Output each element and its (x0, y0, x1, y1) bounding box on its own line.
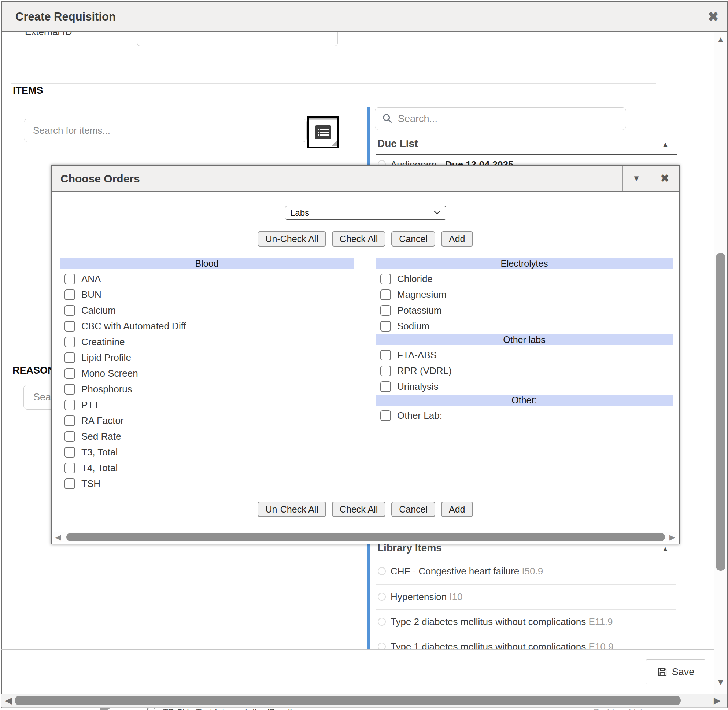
library-item-radio[interactable] (378, 593, 386, 601)
order-option[interactable]: Urinalysis (376, 379, 673, 395)
library-item-label: Type 1 diabetes mellitus without complic… (390, 641, 614, 649)
uncheck-all-button[interactable]: Un-Check All (258, 502, 326, 517)
footer-divider (1, 649, 727, 650)
bottom-button-row: Un-Check All Check All Cancel Add (52, 502, 679, 517)
order-option[interactable]: T3, Total (60, 444, 354, 460)
order-option[interactable]: RA Factor (60, 413, 354, 428)
add-button[interactable]: Add (441, 502, 473, 517)
scroll-right-icon[interactable]: ▶ (714, 696, 720, 705)
library-item-label: CHF - Congestive heart failure I50.9 (390, 566, 543, 577)
library-item-row[interactable]: Type 2 diabetes mellitus without complic… (376, 615, 676, 635)
check-all-button[interactable]: Check All (332, 502, 385, 517)
library-items-divider (376, 557, 677, 558)
scroll-down-icon[interactable]: ▼ (716, 678, 725, 687)
library-item-row[interactable]: CHF - Congestive heart failure I50.9 (376, 564, 676, 584)
library-item-radio[interactable] (378, 618, 386, 626)
checkbox[interactable] (380, 350, 391, 361)
library-item-label: Hypertension I10 (390, 591, 463, 603)
order-option[interactable]: Lipid Profile (60, 350, 354, 365)
library-item-row[interactable]: Type 1 diabetes mellitus without complic… (376, 640, 676, 649)
checkbox[interactable] (65, 289, 75, 300)
scroll-left-icon[interactable]: ◀ (55, 533, 61, 541)
order-option[interactable]: CBC with Automated Diff (60, 318, 354, 334)
library-item-radio[interactable] (378, 643, 386, 649)
library-item-radio[interactable] (378, 567, 386, 575)
checkbox[interactable] (65, 447, 75, 458)
checkbox[interactable] (380, 305, 391, 316)
checkbox[interactable] (65, 431, 75, 442)
choose-orders-modal: Choose Orders ▼ ✖ Labs Un-Check All Chec… (51, 165, 680, 544)
group-header-electrolytes: Electrolytes (376, 258, 673, 269)
order-option[interactable]: Mono Screen (60, 365, 354, 381)
order-option[interactable]: Other Lab: (376, 408, 673, 424)
checkbox[interactable] (380, 410, 391, 421)
add-button[interactable]: Add (441, 231, 473, 246)
checkbox[interactable] (65, 368, 75, 379)
items-search-input[interactable] (24, 119, 307, 142)
order-option[interactable]: TSH (60, 476, 354, 491)
section-divider (11, 83, 656, 84)
order-option[interactable]: ANA (60, 271, 354, 287)
vertical-scrollbar[interactable]: ▲ ▼ (715, 32, 727, 694)
order-option[interactable]: RPR (VDRL) (376, 363, 673, 379)
modal-close-icon[interactable]: ✖ (651, 166, 679, 191)
vertical-scroll-thumb[interactable] (716, 253, 725, 571)
order-option[interactable]: Potassium (376, 303, 673, 318)
scroll-left-icon[interactable]: ◀ (5, 696, 12, 705)
save-button[interactable]: Save (646, 659, 705, 684)
checkbox[interactable] (380, 381, 391, 392)
row-divider (376, 584, 676, 585)
background-checkbox (147, 707, 156, 710)
save-icon (657, 666, 668, 678)
order-option[interactable]: T4, Total (60, 460, 354, 476)
due-list-heading: Due List (377, 138, 418, 150)
order-option[interactable]: Sed Rate (60, 428, 354, 444)
order-option[interactable]: Magnesium (376, 287, 673, 303)
scroll-up-icon[interactable]: ▲ (716, 35, 725, 44)
checkbox[interactable] (380, 321, 391, 332)
order-option[interactable]: Phosphorus (60, 381, 354, 397)
library-item-row[interactable]: Hypertension I10 (376, 590, 676, 610)
category-select[interactable]: Labs (285, 206, 446, 220)
group-header-blood: Blood (60, 258, 354, 269)
checkbox[interactable] (65, 478, 75, 489)
group-header-other: Other: (376, 395, 673, 406)
horizontal-scroll-thumb[interactable] (15, 696, 681, 705)
due-list-collapse-icon[interactable]: ▲ (662, 141, 669, 148)
order-option[interactable]: Calcium (60, 303, 354, 318)
save-label: Save (672, 666, 695, 678)
uncheck-all-button[interactable]: Un-Check All (258, 231, 326, 246)
order-option[interactable]: FTA-ABS (376, 347, 673, 363)
checkbox[interactable] (380, 289, 391, 300)
checkbox[interactable] (65, 400, 75, 410)
scroll-right-icon[interactable]: ▶ (669, 533, 675, 541)
order-option[interactable]: BUN (60, 287, 354, 303)
minimize-dropdown-icon[interactable]: ▼ (622, 166, 651, 191)
modal-horizontal-scrollbar[interactable]: ◀ ▶ (53, 532, 677, 542)
checkbox[interactable] (65, 463, 75, 473)
right-panel-search-input[interactable] (375, 107, 626, 130)
item-list-button[interactable] (307, 116, 339, 148)
cancel-button[interactable]: Cancel (391, 231, 435, 246)
top-button-row: Un-Check All Check All Cancel Add (52, 231, 679, 246)
check-all-button[interactable]: Check All (332, 231, 385, 246)
order-option[interactable]: Sodium (376, 318, 673, 334)
library-items-collapse-icon[interactable]: ▲ (662, 545, 669, 553)
checkbox[interactable] (65, 305, 75, 316)
order-option[interactable]: Creatinine (60, 334, 354, 350)
checkbox[interactable] (380, 365, 391, 376)
checkbox[interactable] (380, 274, 391, 284)
order-option[interactable]: PTT (60, 397, 354, 413)
modal-scroll-thumb[interactable] (66, 533, 665, 541)
checkbox[interactable] (65, 384, 75, 395)
checkbox[interactable] (65, 274, 75, 284)
cancel-button[interactable]: Cancel (391, 502, 435, 517)
checkbox[interactable] (65, 415, 75, 426)
horizontal-scrollbar[interactable]: ◀ ▶ (1, 694, 727, 707)
due-list-divider (376, 154, 677, 155)
close-icon[interactable]: ✖ (699, 2, 727, 31)
checkbox[interactable] (65, 321, 75, 332)
checkbox[interactable] (65, 337, 75, 347)
order-option[interactable]: Chloride (376, 271, 673, 287)
checkbox[interactable] (65, 352, 75, 363)
